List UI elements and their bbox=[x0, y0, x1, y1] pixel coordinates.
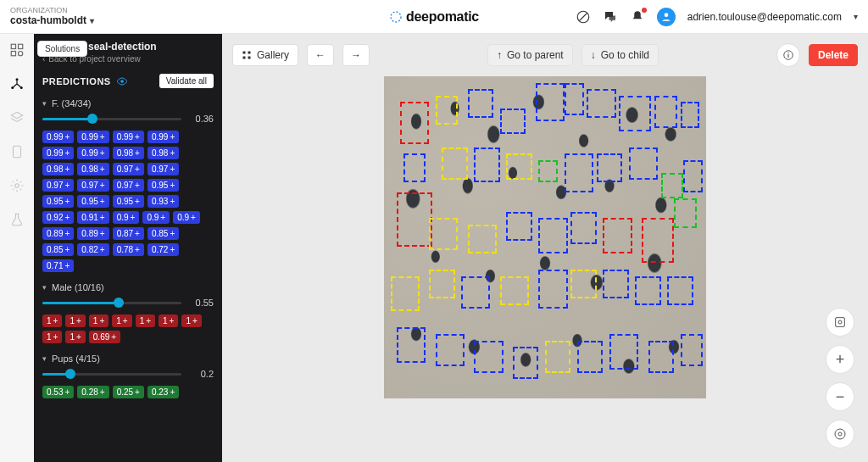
score-chip[interactable]: 0.95+ bbox=[113, 195, 144, 208]
go-to-parent-button[interactable]: ↑Go to parent bbox=[487, 44, 573, 66]
bounding-box[interactable] bbox=[587, 89, 615, 118]
bounding-box[interactable] bbox=[506, 212, 531, 241]
score-chip[interactable]: 0.9+ bbox=[113, 211, 140, 224]
score-chip[interactable]: 0.69+ bbox=[89, 331, 120, 343]
bounding-box[interactable] bbox=[577, 341, 603, 373]
score-chip[interactable]: 0.9+ bbox=[142, 211, 170, 224]
gallery-button[interactable]: Gallery bbox=[232, 44, 298, 66]
score-chip[interactable]: 0.99+ bbox=[77, 131, 108, 143]
zoom-in-button[interactable]: + bbox=[826, 345, 854, 374]
bounding-box[interactable] bbox=[500, 109, 526, 134]
image-canvas[interactable] bbox=[384, 76, 706, 398]
score-chip[interactable]: 0.25+ bbox=[113, 386, 144, 398]
score-chip[interactable]: 0.71+ bbox=[42, 259, 74, 272]
bounding-box[interactable] bbox=[642, 218, 674, 263]
score-chip[interactable]: 0.99+ bbox=[42, 147, 74, 159]
score-chip[interactable]: 0.91+ bbox=[77, 211, 108, 224]
validate-all-button[interactable]: Validate all bbox=[159, 74, 214, 88]
slider-track[interactable] bbox=[42, 302, 181, 304]
bounding-box[interactable] bbox=[403, 153, 426, 182]
block-icon[interactable] bbox=[576, 9, 591, 25]
bounding-box[interactable] bbox=[667, 276, 693, 305]
score-chip[interactable]: 0.85+ bbox=[42, 243, 74, 256]
score-chip[interactable]: 1+ bbox=[42, 314, 62, 327]
score-chip[interactable]: 1+ bbox=[181, 314, 201, 327]
network-icon[interactable] bbox=[9, 76, 25, 92]
prev-button[interactable]: ← bbox=[307, 44, 334, 66]
score-chip[interactable]: 0.89+ bbox=[77, 227, 108, 240]
bounding-box[interactable] bbox=[538, 160, 558, 183]
score-chip[interactable]: 0.98+ bbox=[77, 163, 108, 175]
bounding-box[interactable] bbox=[436, 334, 465, 366]
score-chip[interactable]: 0.95+ bbox=[42, 195, 74, 208]
bounding-box[interactable] bbox=[654, 96, 677, 128]
bounding-box[interactable] bbox=[506, 153, 531, 179]
slider-thumb[interactable] bbox=[114, 298, 124, 308]
bounding-box[interactable] bbox=[436, 96, 459, 125]
threshold-slider-pups[interactable]: 0.2 bbox=[42, 369, 214, 379]
bounding-box[interactable] bbox=[474, 148, 499, 183]
bounding-box[interactable] bbox=[597, 153, 622, 182]
threshold-slider-f[interactable]: 0.36 bbox=[42, 114, 214, 124]
bounding-box[interactable] bbox=[429, 218, 458, 250]
bounding-box[interactable] bbox=[661, 173, 684, 198]
avatar[interactable] bbox=[657, 8, 676, 26]
score-chip[interactable]: 1+ bbox=[65, 331, 85, 343]
score-chip[interactable]: 0.95+ bbox=[147, 179, 179, 192]
chat-icon[interactable] bbox=[603, 9, 618, 25]
score-chip[interactable]: 0.98+ bbox=[42, 163, 74, 175]
score-chip[interactable]: 1+ bbox=[159, 314, 178, 327]
score-chip[interactable]: 0.82+ bbox=[77, 243, 108, 256]
score-chip[interactable]: 0.28+ bbox=[77, 386, 108, 398]
score-chip[interactable]: 0.53+ bbox=[42, 386, 74, 398]
score-chip[interactable]: 0.99+ bbox=[42, 131, 74, 143]
score-chip[interactable]: 0.98+ bbox=[147, 147, 179, 159]
bounding-box[interactable] bbox=[391, 276, 420, 312]
bounding-box[interactable] bbox=[442, 148, 467, 180]
bounding-box[interactable] bbox=[609, 334, 638, 370]
info-button[interactable] bbox=[776, 43, 800, 67]
go-to-child-button[interactable]: ↓Go to child bbox=[581, 44, 659, 66]
score-chip[interactable]: 0.99+ bbox=[113, 131, 144, 143]
bounding-box[interactable] bbox=[681, 334, 704, 366]
score-chip[interactable]: 0.99+ bbox=[77, 147, 108, 159]
tablet-icon[interactable] bbox=[9, 144, 25, 159]
bounding-box[interactable] bbox=[603, 270, 628, 298]
score-chip[interactable]: 1+ bbox=[89, 314, 108, 327]
score-chip[interactable]: 0.95+ bbox=[77, 195, 108, 208]
score-chip[interactable]: 0.93+ bbox=[147, 195, 179, 208]
score-chip[interactable]: 1+ bbox=[136, 314, 155, 327]
bounding-box[interactable] bbox=[536, 83, 565, 122]
slider-thumb[interactable] bbox=[87, 114, 97, 124]
bell-icon[interactable] bbox=[630, 9, 645, 25]
bounding-box[interactable] bbox=[461, 276, 490, 309]
class-header-male[interactable]: ▾Male (10/16) bbox=[42, 282, 214, 292]
bounding-box[interactable] bbox=[513, 347, 538, 379]
flask-icon[interactable] bbox=[9, 212, 25, 227]
score-chip[interactable]: 0.97+ bbox=[113, 179, 144, 192]
score-chip[interactable]: 1+ bbox=[65, 314, 85, 327]
bounding-box[interactable] bbox=[629, 148, 658, 180]
bounding-box[interactable] bbox=[429, 270, 454, 298]
bounding-box[interactable] bbox=[674, 198, 697, 227]
bounding-box[interactable] bbox=[538, 218, 567, 253]
bounding-box[interactable] bbox=[570, 270, 596, 298]
score-chip[interactable]: 0.72+ bbox=[147, 243, 179, 256]
bounding-box[interactable] bbox=[648, 341, 674, 373]
bounding-box[interactable] bbox=[468, 225, 497, 253]
bounding-box[interactable] bbox=[400, 102, 429, 143]
bounding-box[interactable] bbox=[619, 96, 651, 131]
next-button[interactable]: → bbox=[342, 44, 370, 66]
score-chip[interactable]: 0.9+ bbox=[173, 211, 200, 224]
score-chip[interactable]: 0.92+ bbox=[42, 211, 74, 224]
threshold-slider-male[interactable]: 0.55 bbox=[42, 298, 214, 308]
bounding-box[interactable] bbox=[468, 89, 493, 118]
bounding-box[interactable] bbox=[538, 270, 567, 309]
fit-button[interactable] bbox=[826, 308, 854, 337]
bounding-box[interactable] bbox=[500, 276, 529, 305]
score-chip[interactable]: 0.99+ bbox=[147, 131, 179, 143]
score-chip[interactable]: 1+ bbox=[112, 314, 131, 327]
score-chip[interactable]: 0.87+ bbox=[113, 227, 144, 240]
bounding-box[interactable] bbox=[635, 276, 660, 305]
zoom-out-button[interactable]: − bbox=[826, 382, 854, 411]
